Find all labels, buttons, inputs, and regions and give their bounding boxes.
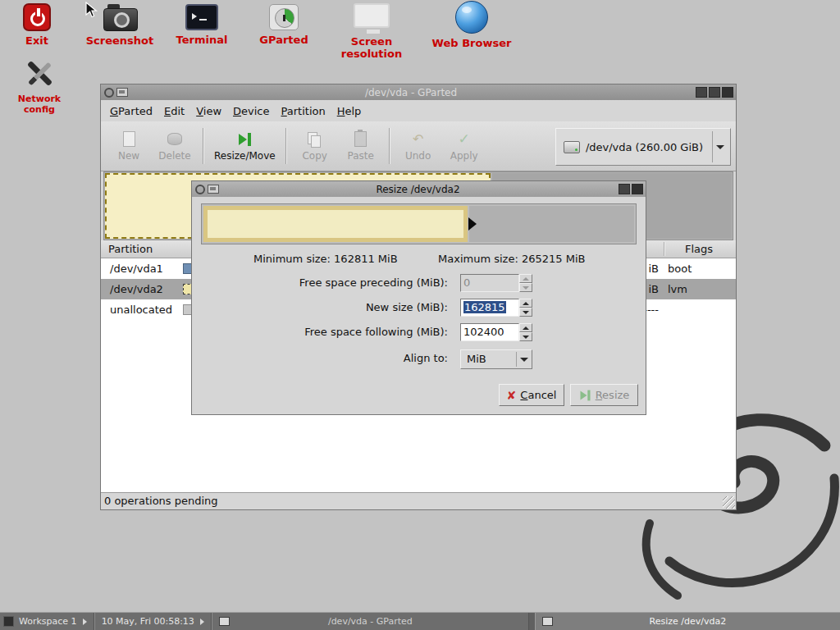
undo-button[interactable]: ↶ Undo bbox=[395, 125, 441, 167]
flags-value: boot bbox=[668, 258, 692, 279]
resize-widget-partition[interactable] bbox=[203, 206, 468, 242]
window-menu-icon[interactable] bbox=[104, 88, 114, 98]
toolbar-separator bbox=[203, 128, 204, 164]
desktop-icon-network-config[interactable]: Network config bbox=[2, 57, 77, 115]
resize-grip[interactable] bbox=[723, 496, 735, 509]
icon-label: GParted bbox=[247, 34, 321, 46]
maximize-button[interactable] bbox=[709, 87, 720, 98]
expander-arrow-icon[interactable] bbox=[83, 619, 87, 625]
menu-view[interactable]: View bbox=[190, 102, 227, 121]
maximum-size-label: Maximum size: 265215 MiB bbox=[438, 253, 585, 265]
iconify-button[interactable] bbox=[696, 87, 707, 98]
disk-drive-icon bbox=[564, 141, 580, 153]
new-size-field[interactable]: 162815 bbox=[460, 299, 519, 317]
window-title: /dev/vda - GParted bbox=[128, 87, 694, 98]
toolbar-separator bbox=[285, 128, 287, 164]
partition-name: unallocated bbox=[101, 304, 172, 316]
statusbar: 0 operations pending bbox=[101, 492, 736, 509]
spin-up-button[interactable] bbox=[519, 323, 532, 332]
status-text: 0 operations pending bbox=[104, 495, 218, 507]
workspace-label[interactable]: Workspace 1 bbox=[19, 616, 77, 627]
power-icon bbox=[23, 3, 51, 31]
expander-arrow-icon[interactable] bbox=[200, 619, 204, 625]
resize-dialog: Resize /dev/vda2 Minimum size: 162811 Mi… bbox=[191, 180, 646, 415]
copy-icon bbox=[308, 132, 322, 147]
close-button[interactable] bbox=[632, 184, 643, 194]
camera-icon bbox=[103, 2, 136, 31]
column-header-flags[interactable]: Flags bbox=[685, 240, 713, 258]
cancel-x-icon: ✘ bbox=[507, 390, 517, 401]
desktop-icon-screen-resolution[interactable]: Screen resolution bbox=[322, 3, 421, 60]
task-button-resize-dialog[interactable]: Resize /dev/vda2 bbox=[535, 613, 840, 630]
chevron-down-icon bbox=[716, 145, 724, 149]
clock[interactable]: 10 May, Fri 00:58:13 bbox=[102, 616, 194, 627]
gparted-titlebar[interactable]: /dev/vda - GParted bbox=[101, 84, 736, 100]
gparted-app-icon bbox=[208, 185, 219, 194]
resize-widget-free-space bbox=[469, 206, 634, 242]
gparted-app-icon bbox=[116, 88, 128, 97]
close-button[interactable] bbox=[722, 87, 733, 98]
spin-down-button[interactable] bbox=[519, 332, 532, 341]
align-to-combobox[interactable]: MiB bbox=[460, 349, 532, 369]
window-icon bbox=[219, 617, 230, 626]
taskbar-gap bbox=[529, 613, 535, 630]
device-selector[interactable]: /dev/vda (260.00 GiB) bbox=[555, 128, 731, 166]
icon-label: Screenshot bbox=[83, 34, 157, 47]
free-space-preceding-label: Free space preceding (MiB): bbox=[299, 274, 448, 292]
menu-edit[interactable]: Edit bbox=[158, 102, 190, 121]
spin-up-button[interactable] bbox=[519, 274, 532, 283]
align-to-label: Align to: bbox=[404, 349, 448, 368]
undo-icon: ↶ bbox=[413, 133, 423, 146]
desktop-icon-screenshot[interactable]: Screenshot bbox=[83, 2, 157, 47]
desktop-icon-exit[interactable]: Exit bbox=[0, 3, 74, 47]
flags-value: lvm bbox=[668, 279, 687, 299]
spin-down-button[interactable] bbox=[519, 283, 532, 292]
selected-text: 162815 bbox=[463, 301, 506, 313]
spin-up-button[interactable] bbox=[519, 299, 532, 308]
taskbar-menu-icon[interactable] bbox=[3, 616, 14, 627]
arrow-up-icon bbox=[523, 326, 529, 330]
desktop: Exit Screenshot Terminal GParted Screen … bbox=[0, 0, 840, 630]
dialog-titlebar[interactable]: Resize /dev/vda2 bbox=[192, 181, 646, 197]
spin-down-button[interactable] bbox=[519, 308, 532, 317]
resize-move-button[interactable]: Resize/Move bbox=[209, 125, 281, 167]
window-icon bbox=[542, 617, 553, 626]
toolbar-separator bbox=[389, 128, 390, 164]
column-divider bbox=[664, 242, 665, 256]
free-space-following-label: Free space following (MiB): bbox=[304, 323, 448, 341]
menu-partition[interactable]: Partition bbox=[276, 102, 331, 121]
new-partition-icon bbox=[123, 131, 135, 147]
arrow-down-icon bbox=[523, 286, 529, 290]
new-button[interactable]: New bbox=[106, 125, 152, 167]
combo-dropdown-button[interactable] bbox=[516, 352, 532, 367]
icon-label: Terminal bbox=[165, 34, 239, 46]
resize-widget bbox=[201, 203, 637, 244]
window-menu-icon[interactable] bbox=[195, 185, 205, 194]
menu-gparted[interactable]: GParted bbox=[104, 102, 158, 121]
menu-help[interactable]: Help bbox=[331, 102, 368, 121]
cancel-button[interactable]: ✘ Cancel bbox=[499, 384, 564, 406]
delete-button[interactable]: Delete bbox=[152, 125, 198, 167]
resize-button[interactable]: Resize bbox=[570, 384, 638, 406]
device-dropdown-button[interactable] bbox=[712, 131, 728, 162]
column-header-partition[interactable]: Partition bbox=[108, 240, 153, 258]
free-space-preceding-field[interactable]: 0 bbox=[460, 274, 519, 292]
resize-drag-handle-icon[interactable] bbox=[468, 217, 477, 231]
icon-label: Exit bbox=[0, 34, 74, 47]
gparted-icon bbox=[269, 4, 299, 30]
new-size-label: New size (MiB): bbox=[366, 299, 448, 317]
arrow-down-icon bbox=[523, 336, 529, 339]
free-space-following-field[interactable]: 102400 bbox=[460, 323, 519, 341]
monitor-icon bbox=[354, 3, 390, 28]
partition-name: /dev/vda1 bbox=[101, 262, 163, 275]
task-button-gparted[interactable]: /dev/vda - GParted bbox=[212, 613, 529, 630]
desktop-icon-web-browser[interactable]: Web Browser bbox=[422, 1, 521, 49]
paste-button[interactable]: Paste bbox=[338, 125, 384, 167]
apply-button[interactable]: ✓ Apply bbox=[441, 125, 487, 167]
copy-button[interactable]: Copy bbox=[292, 125, 338, 167]
desktop-icon-gparted[interactable]: GParted bbox=[247, 4, 321, 46]
desktop-icon-terminal[interactable]: Terminal bbox=[165, 4, 239, 46]
maximize-button[interactable] bbox=[619, 184, 630, 194]
terminal-icon bbox=[185, 4, 218, 30]
menu-device[interactable]: Device bbox=[227, 102, 275, 121]
